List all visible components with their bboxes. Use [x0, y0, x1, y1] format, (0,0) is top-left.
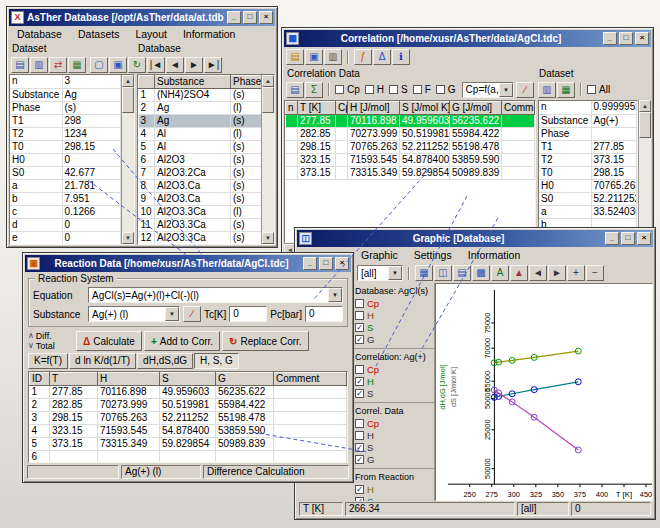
vertical-scrollbar[interactable]: ▲ ▼ — [121, 75, 134, 244]
tab-d-ln-k-d-1-t-[interactable]: d ln K/d(1/T) — [69, 353, 136, 369]
table-row[interactable]: SubstanceAg(+) — [539, 114, 637, 127]
table-row[interactable]: 277.8570116.89849.95960356235.622 — [286, 115, 535, 128]
titlebar[interactable]: X AsTher Database [/opt/AsTher/data/at.t… — [9, 9, 275, 26]
table-row[interactable]: T2373.15 — [539, 153, 637, 166]
first-icon[interactable]: |◄ — [147, 57, 165, 73]
copy-icon[interactable]: ▤ — [286, 82, 304, 98]
copy-icon[interactable]: ▤ — [453, 265, 471, 281]
minimize-button[interactable]: _ — [303, 257, 317, 270]
table-row[interactable]: T1277.85 — [539, 140, 637, 153]
save-icon[interactable]: ▣ — [109, 57, 127, 73]
series-toggle-h[interactable]: H — [353, 309, 434, 321]
table-row[interactable]: T1298 — [10, 114, 121, 127]
delta-icon[interactable]: Δ — [373, 49, 391, 65]
table-row[interactable]: Phase(s) — [10, 101, 121, 114]
titlebar[interactable]: ▣ Reaction Data [/home/xusr/AsTher/data/… — [25, 255, 351, 272]
new-icon[interactable]: ▢ — [90, 57, 108, 73]
replace-corr-button[interactable]: ↻ Replace Corr. — [222, 331, 309, 351]
series-toggle-s[interactable]: ✓S — [353, 321, 434, 333]
column-header[interactable]: G [J/mol] — [450, 102, 502, 115]
label-icon[interactable]: A — [491, 265, 509, 281]
scroll-up-icon[interactable]: ▲ — [639, 100, 651, 112]
open-icon[interactable]: ▤ — [286, 49, 304, 65]
toggle-f[interactable]: F — [413, 84, 431, 95]
series-toggle-cp[interactable]: Cp — [353, 363, 434, 375]
menu-item-information[interactable]: Information — [175, 27, 244, 41]
scroll-up-icon[interactable]: ▲ — [122, 75, 134, 87]
table-row[interactable]: 323.1571593.54554.87840053859.590 — [286, 154, 535, 167]
series-toggle-g[interactable]: ✓G — [353, 453, 434, 465]
table-row[interactable]: 12Al2O3.3Ca(s)30 — [139, 232, 262, 245]
series-filter-combo[interactable]: [all] ▼ — [357, 265, 403, 281]
scroll-thumb[interactable] — [639, 112, 651, 138]
table-row[interactable]: 4Al(l)93 — [139, 128, 262, 141]
maximize-button[interactable]: □ — [619, 32, 633, 45]
transfer-icon[interactable]: ⇄ — [49, 57, 67, 73]
overlay-icon[interactable]: ◫ — [434, 265, 452, 281]
series-toggle-cp[interactable]: Cp — [353, 297, 434, 309]
prev-icon[interactable]: ◄ — [529, 265, 547, 281]
tab-dh-ds-dg[interactable]: dH,dS,dG — [137, 353, 193, 369]
next-icon[interactable]: ► — [548, 265, 566, 281]
table-row[interactable]: c0.1266 — [10, 205, 121, 218]
column-header[interactable]: Cp — [336, 102, 348, 115]
sum-icon[interactable]: Σ — [305, 82, 323, 98]
table-row[interactable]: 11Al2O3.3Ca(s)29 — [139, 219, 262, 232]
series-toggle-h[interactable]: ✓H — [353, 483, 434, 495]
table-row[interactable]: 8Al2O3.Ca(s)29 — [139, 180, 262, 193]
column-header[interactable]: T — [50, 373, 98, 386]
series-toggle-cp[interactable]: Cp — [353, 417, 434, 429]
column-header[interactable]: Substance — [155, 76, 231, 89]
formula-combo[interactable]: Cp=f(a,b,c,d) ▼ — [462, 82, 514, 98]
next-icon[interactable]: ► — [185, 57, 203, 73]
scroll-down-icon[interactable]: ▼ — [122, 232, 134, 244]
table-row[interactable]: H070765.263 — [539, 179, 637, 192]
tab-h-s-g[interactable]: H, S, G — [194, 353, 239, 369]
column-header[interactable]: G — [216, 373, 274, 386]
series-toggle-h[interactable]: H — [353, 429, 434, 441]
maximize-button[interactable]: □ — [243, 11, 257, 24]
table-row[interactable]: n3 — [10, 75, 121, 88]
fit-icon[interactable]: ƒ — [354, 49, 372, 65]
table-row[interactable]: 2282.8570273.99950.51998155984.422 — [30, 399, 347, 412]
chevron-down-icon[interactable]: ▼ — [165, 307, 179, 321]
table-row[interactable]: 9Al2O3.Ca(s)15 — [139, 193, 262, 206]
table-row[interactable]: a33.524036 — [539, 205, 637, 218]
close-button[interactable]: × — [635, 32, 649, 45]
chevron-down-icon[interactable]: ▼ — [388, 266, 402, 280]
equation-combo[interactable]: AgCl(s)=Ag(+)(l)+Cl(-)(l) ▼ — [88, 287, 343, 303]
column-header[interactable]: Phase — [231, 76, 262, 89]
column-header[interactable]: S — [160, 373, 216, 386]
table-row[interactable]: 6Al2O3(s)29 — [139, 154, 262, 167]
close-button[interactable]: × — [259, 11, 273, 24]
last-icon[interactable]: ►| — [204, 57, 222, 73]
table-row[interactable]: 2Ag(l)12 — [139, 102, 262, 115]
titlebar[interactable]: ◫ Graphic [Database] _ □ × — [297, 230, 653, 247]
menu-item-settings[interactable]: Settings — [406, 248, 460, 262]
copy-icon[interactable]: ▤ — [11, 57, 29, 73]
menu-item-graphic[interactable]: Graphic — [353, 248, 406, 262]
table-row[interactable]: 7Al2O3.2Ca(s)29 — [139, 167, 262, 180]
table-row[interactable]: S052.211252 — [539, 192, 637, 205]
maximize-button[interactable]: □ — [319, 257, 333, 270]
menu-item-layout[interactable]: Layout — [127, 27, 175, 41]
scroll-up-icon[interactable]: ▲ — [262, 75, 274, 87]
column-header[interactable]: Comment — [502, 102, 535, 115]
maximize-button[interactable]: □ — [621, 232, 635, 245]
book-icon[interactable]: ▥ — [538, 82, 556, 98]
scroll-thumb[interactable] — [262, 87, 274, 113]
table-row[interactable]: n0.9999955 — [539, 101, 637, 114]
scroll-thumb[interactable] — [122, 87, 134, 113]
close-button[interactable]: × — [335, 257, 349, 270]
edit-icon[interactable]: ∕ — [516, 82, 534, 98]
series-toggle-s[interactable]: ✓S — [353, 441, 434, 453]
column-header[interactable]: Comment — [274, 373, 347, 386]
menu-item-datasets[interactable]: Datasets — [70, 27, 127, 41]
column-header[interactable]: S [J/mol K] — [400, 102, 450, 115]
marker-icon[interactable]: ▲ — [510, 265, 528, 281]
table-row[interactable]: T0298.15 — [10, 140, 121, 153]
titlebar[interactable]: ▦ Correlation [/home/xusr/AsTher/data/Ag… — [284, 30, 651, 47]
minimize-button[interactable]: _ — [603, 32, 617, 45]
cards-icon[interactable]: ▥ — [30, 57, 48, 73]
grid-icon[interactable]: ▩ — [472, 265, 490, 281]
